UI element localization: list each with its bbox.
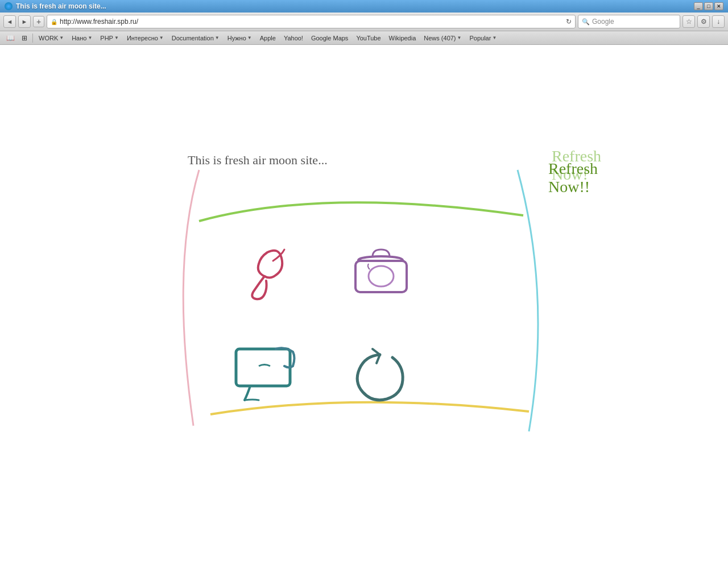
bookmarks-bar: 📖 ⊞ WORK ▼ Нано ▼ PHP ▼ Интересно ▼ Docu… (0, 31, 728, 45)
browser-icon (5, 2, 13, 10)
bm-popular-label: Popular (469, 35, 491, 41)
reload-button[interactable]: ↻ (566, 18, 572, 26)
svg-rect-2 (236, 349, 290, 386)
bm-work-label: WORK (39, 35, 58, 41)
toolbar: ◄ ► + 🔒 http://www.freshair.spb.ru/ ↻ 🔍 … (0, 13, 728, 31)
grid-icon: ⊞ (22, 34, 27, 42)
chevron-down-icon: ▼ (114, 35, 119, 40)
bm-yahoo-label: Yahoo! (284, 35, 303, 41)
bm-youtube[interactable]: YouTube (353, 32, 384, 44)
chevron-down-icon: ▼ (215, 35, 220, 40)
reader-button[interactable]: 📖 (3, 32, 18, 44)
minimize-button[interactable]: _ (694, 2, 703, 10)
bm-interesting-label: Интересно (127, 35, 158, 41)
separator (32, 34, 33, 43)
bm-google-maps[interactable]: Google Maps (308, 32, 351, 44)
window-controls: _ □ ✕ (694, 2, 723, 10)
titlebar: This is fresh air moon site... _ □ ✕ (0, 0, 728, 13)
back-button[interactable]: ◄ (3, 15, 16, 28)
bm-youtube-label: YouTube (356, 35, 380, 41)
svg-point-1 (369, 266, 394, 286)
bm-apple[interactable]: Apple (257, 32, 279, 44)
bm-wikipedia[interactable]: Wikipedia (386, 32, 420, 44)
icon-cell-3[interactable] (210, 323, 324, 426)
icon-bag (341, 235, 421, 309)
bm-news-label: News (407) (424, 35, 456, 41)
icon-cell-2[interactable] (324, 221, 438, 323)
browser-chrome: ◄ ► + 🔒 http://www.freshair.spb.ru/ ↻ 🔍 … (0, 13, 728, 31)
bm-documentation[interactable]: Documentation ▼ (168, 32, 223, 44)
bm-yahoo[interactable]: Yahoo! (280, 32, 307, 44)
bm-nano-label: Нано (72, 35, 86, 41)
chevron-down-icon: ▼ (159, 35, 164, 40)
bm-interesting[interactable]: Интересно ▼ (123, 32, 167, 44)
bm-documentation-label: Documentation (172, 35, 214, 41)
maximize-button[interactable]: □ (704, 2, 713, 10)
bm-wikipedia-label: Wikipedia (389, 35, 416, 41)
chevron-down-icon: ▼ (59, 35, 64, 40)
window-title: This is fresh air moon site... (16, 2, 106, 10)
icon-cell-4[interactable] (324, 323, 438, 426)
refresh-line2: Refresh Now!! (548, 160, 598, 196)
add-tab-button[interactable]: + (33, 16, 44, 27)
page-content: This is fresh air moon site... Refresh N… (0, 45, 728, 582)
bm-php-label: PHP (100, 35, 113, 41)
forward-button[interactable]: ► (18, 15, 31, 28)
search-icon: 🔍 (582, 18, 590, 26)
bookmark-button[interactable]: ☆ (682, 15, 695, 28)
site-title: This is fresh air moon site... (188, 153, 328, 168)
search-bar[interactable]: 🔍 Google (578, 15, 680, 28)
download-button[interactable]: ↓ (712, 15, 725, 28)
bm-google-maps-label: Google Maps (311, 35, 348, 41)
icon-monitor (228, 338, 307, 411)
reader-icon: 📖 (6, 34, 15, 42)
icon-music (228, 235, 307, 309)
content-area: This is fresh air moon site... Refresh N… (154, 153, 563, 443)
icon-refresh (341, 338, 421, 411)
bm-nuzhno[interactable]: Нужно ▼ (224, 32, 255, 44)
secure-icon: 🔒 (51, 19, 57, 25)
bm-php[interactable]: PHP ▼ (97, 32, 122, 44)
search-placeholder: Google (592, 18, 614, 26)
url-text: http://www.freshair.spb.ru/ (60, 18, 564, 26)
icon-cell-1[interactable] (210, 221, 324, 323)
chevron-down-icon: ▼ (492, 35, 497, 40)
bm-work[interactable]: WORK ▼ (35, 32, 67, 44)
bm-popular[interactable]: Popular ▼ (466, 32, 500, 44)
close-button[interactable]: ✕ (714, 2, 723, 10)
chevron-down-icon: ▼ (247, 35, 252, 40)
bm-news[interactable]: News (407) ▼ (420, 32, 465, 44)
chevron-down-icon: ▼ (457, 35, 462, 40)
bm-nuzhno-label: Нужно (228, 35, 246, 41)
settings-button[interactable]: ⚙ (697, 15, 710, 28)
grid-button[interactable]: ⊞ (19, 32, 30, 44)
icons-grid (210, 221, 438, 426)
url-bar[interactable]: 🔒 http://www.freshair.spb.ru/ ↻ (47, 15, 576, 28)
titlebar-left: This is fresh air moon site... (5, 2, 106, 10)
bm-apple-label: Apple (260, 35, 276, 41)
chevron-down-icon: ▼ (88, 35, 92, 40)
bm-nano[interactable]: Нано ▼ (68, 32, 96, 44)
